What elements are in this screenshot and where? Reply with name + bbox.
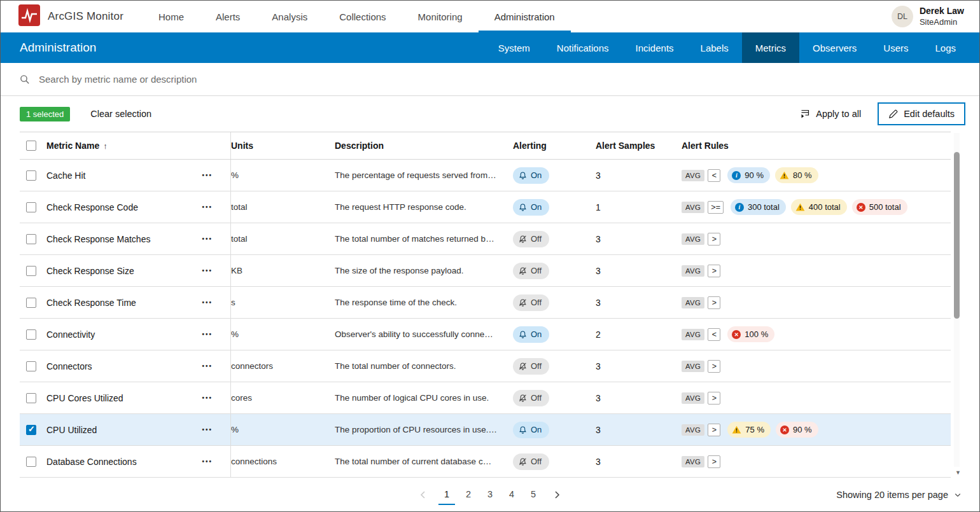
units-value: s (231, 298, 335, 307)
tab-incidents[interactable]: Incidents (622, 32, 687, 63)
prev-page-button[interactable] (418, 490, 428, 500)
select-all-checkbox[interactable] (26, 141, 36, 151)
row-checkbox[interactable] (26, 329, 36, 340)
row-actions-button[interactable]: ••• (200, 392, 214, 404)
nav-analysis[interactable]: Analysis (256, 1, 323, 32)
nav-monitoring[interactable]: Monitoring (402, 1, 479, 32)
col-alerting[interactable]: Alerting (513, 141, 596, 151)
pagination: 1 2 3 4 5 (413, 485, 567, 505)
scrollbar-thumb[interactable] (954, 152, 960, 319)
table-row[interactable]: Database Connections ••• connections The… (20, 446, 951, 478)
page-button-1[interactable]: 1 (438, 485, 455, 505)
alerting-pill[interactable]: Off (513, 231, 549, 247)
tab-logs[interactable]: Logs (921, 32, 969, 63)
nav-administration[interactable]: Administration (479, 1, 571, 32)
alerting-pill[interactable]: Off (513, 263, 549, 279)
main-nav: Home Alerts Analysis Collections Monitor… (143, 1, 571, 32)
apply-to-all-label: Apply to all (816, 109, 861, 119)
info-icon: i (732, 171, 741, 180)
alerting-label: Off (531, 234, 542, 244)
tab-labels[interactable]: Labels (687, 32, 742, 63)
row-actions-button[interactable]: ••• (200, 201, 214, 213)
warning-threshold-chip: 400 total (791, 199, 847, 215)
vertical-scrollbar[interactable] (954, 133, 960, 467)
description-value: The total number of matches returned b… (335, 234, 513, 244)
items-per-page-dropdown[interactable]: Showing 20 items per page (836, 490, 962, 500)
table-row[interactable]: Check Response Size ••• KB The size of t… (20, 255, 951, 287)
operator-chip: > (708, 360, 720, 373)
col-alert-rules[interactable]: Alert Rules (682, 141, 951, 151)
row-actions-button[interactable]: ••• (200, 424, 214, 436)
aggregation-chip: AVG (682, 170, 704, 181)
table-row[interactable]: Check Response Matches ••• total The tot… (20, 223, 951, 255)
col-description[interactable]: Description (335, 141, 513, 151)
tab-observers[interactable]: Observers (799, 32, 870, 63)
row-actions-button[interactable]: ••• (200, 296, 214, 308)
warning-icon (780, 171, 789, 179)
page-button-2[interactable]: 2 (460, 485, 477, 505)
table-row[interactable]: Check Response Code ••• total The reques… (20, 191, 951, 223)
user-role: SiteAdmin (920, 17, 964, 28)
brand[interactable]: ArcGIS Monitor (18, 4, 123, 29)
aggregation-chip: AVG (682, 297, 704, 308)
row-actions-button[interactable]: ••• (200, 360, 214, 372)
thresholds: i300 total400 total✕500 total (731, 199, 907, 215)
samples-value: 3 (596, 266, 682, 276)
info-threshold-chip: i90 % (727, 167, 770, 183)
alerting-pill[interactable]: Off (513, 390, 549, 406)
table-header: Metric Name ↑ Units Description Alerting… (20, 132, 951, 160)
user-menu[interactable]: DL Derek Law SiteAdmin (892, 5, 964, 27)
row-actions-button[interactable]: ••• (200, 265, 214, 277)
row-checkbox[interactable] (26, 234, 36, 244)
next-page-button[interactable] (552, 490, 562, 500)
sort-ascending-icon[interactable]: ↑ (103, 141, 108, 151)
col-units[interactable]: Units (231, 141, 335, 151)
row-checkbox[interactable] (26, 425, 36, 435)
table-row[interactable]: CPU Cores Utilized ••• cores The number … (20, 382, 951, 414)
scroll-down-arrow[interactable]: ▼ (955, 469, 961, 476)
row-actions-button[interactable]: ••• (200, 328, 214, 340)
row-checkbox[interactable] (26, 266, 36, 276)
row-actions-button[interactable]: ••• (200, 233, 214, 245)
nav-alerts[interactable]: Alerts (200, 1, 256, 32)
admin-tabs: System Notifications Incidents Labels Me… (485, 32, 969, 63)
page-button-5[interactable]: 5 (525, 485, 542, 505)
apply-to-all-button[interactable]: Apply to all (800, 109, 861, 119)
alerting-pill[interactable]: On (513, 199, 549, 216)
table-row[interactable]: Connectors ••• connectors The total numb… (20, 350, 951, 382)
table-row[interactable]: Cache Hit ••• % The percentage of reques… (20, 160, 951, 191)
row-checkbox[interactable] (26, 361, 36, 371)
row-checkbox[interactable] (26, 170, 36, 181)
nav-home[interactable]: Home (143, 1, 200, 32)
row-actions-button[interactable]: ••• (200, 455, 214, 467)
alerting-label: On (531, 329, 542, 339)
row-checkbox[interactable] (26, 202, 36, 212)
search-input[interactable] (39, 74, 960, 85)
col-alert-samples[interactable]: Alert Samples (596, 141, 682, 151)
tab-metrics[interactable]: Metrics (742, 32, 799, 63)
page-button-3[interactable]: 3 (482, 485, 498, 505)
alerting-pill[interactable]: Off (513, 358, 549, 375)
tab-users[interactable]: Users (870, 32, 921, 63)
row-checkbox[interactable] (26, 457, 36, 467)
tab-notifications[interactable]: Notifications (543, 32, 622, 63)
alerting-pill[interactable]: On (513, 167, 549, 184)
table-row[interactable]: Check Response Time ••• s The response t… (20, 287, 951, 319)
edit-defaults-button[interactable]: Edit defaults (878, 102, 965, 125)
bell-off-icon (519, 457, 527, 466)
alerting-pill[interactable]: On (513, 422, 549, 438)
alerting-pill[interactable]: On (513, 326, 549, 343)
row-checkbox[interactable] (26, 393, 36, 403)
tab-system[interactable]: System (485, 32, 543, 63)
brand-name: ArcGIS Monitor (48, 10, 123, 23)
table-row[interactable]: Connectivity ••• % Observer's ability to… (20, 319, 951, 350)
page-button-4[interactable]: 4 (503, 485, 520, 505)
row-actions-button[interactable]: ••• (200, 169, 214, 181)
alerting-pill[interactable]: Off (513, 453, 549, 470)
col-metric-name[interactable]: Metric Name (46, 141, 99, 151)
row-checkbox[interactable] (26, 298, 36, 308)
clear-selection-button[interactable]: Clear selection (90, 109, 151, 119)
alerting-pill[interactable]: Off (513, 294, 549, 311)
nav-collections[interactable]: Collections (323, 1, 402, 32)
table-row[interactable]: CPU Utilized ••• % The proportion of CPU… (20, 414, 951, 446)
